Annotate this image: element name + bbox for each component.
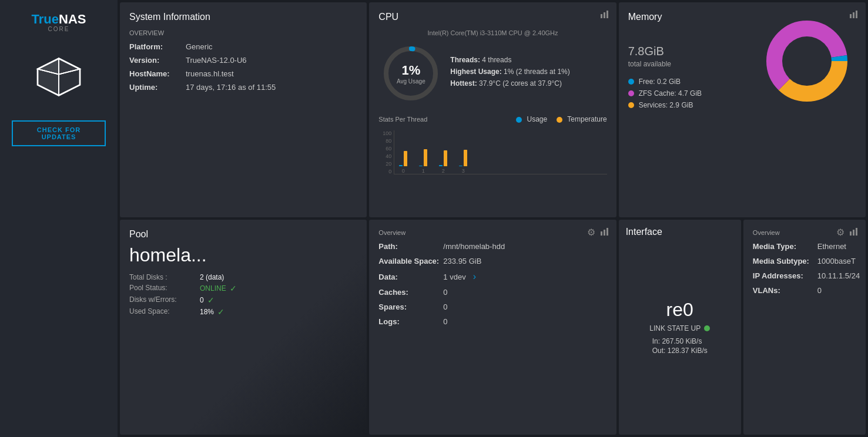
cpu-hottest-row: Hottest: 37.9°C (2 cores at 37.9°C) <box>450 79 606 88</box>
memory-gib-value: 7.8GiB <box>628 28 664 62</box>
media-subtype-value: 1000baseT <box>817 257 856 265</box>
bar-pair-2 <box>439 150 447 166</box>
cpu-card: CPU Intel(R) Core(TM) i3-3110M CPU @ 2.4… <box>369 2 616 217</box>
data-row: Data: 1 vdev › <box>378 271 606 282</box>
cpu-chart-icon-btn[interactable] <box>600 9 609 21</box>
caches-row: Caches: 0 <box>378 288 606 297</box>
cpu-gauge-center: 1% Avg Usage <box>397 63 425 85</box>
uptime-value: 17 days, 17:16 as of 11:55 <box>186 83 276 92</box>
bar-group-1: 1 <box>419 149 427 174</box>
interface-title: Interface <box>626 227 662 237</box>
data-label: Data: <box>378 273 443 281</box>
sysinfo-overview: Overview <box>129 29 357 36</box>
cpu-stats: Threads: 4 threads Highest Usage: 1% (2 … <box>450 56 606 91</box>
logs-label: Logs: <box>378 317 443 326</box>
free-label: Free: <box>639 78 655 86</box>
svg-rect-23 <box>606 228 608 236</box>
ip-row: IP Addresses: 10.11.1.5/24 <box>753 271 856 280</box>
svg-rect-39 <box>850 231 852 236</box>
cpu-avg-label: Avg Usage <box>397 78 425 85</box>
interface-card: Interface re0 LINK STATE UP In: 267.50 K… <box>619 220 741 435</box>
sysinfo-platform-row: Platform: Generic <box>129 42 357 51</box>
media-subtype-label: Media Subtype: <box>753 257 817 265</box>
link-dot <box>704 325 710 331</box>
zfs-label: ZFS Cache: <box>639 89 676 98</box>
out-label: Out: <box>652 347 666 355</box>
version-value: TrueNAS-12.0-U6 <box>186 56 247 65</box>
pool-disks-errors-row: Disks w/Errors: 0 ✓ <box>129 295 357 305</box>
pool-chart-icon-btn[interactable] <box>600 227 609 238</box>
ip-label: IP Addresses: <box>753 271 817 280</box>
sysinfo-title: System Information <box>129 12 357 22</box>
spares-row: Spares: 0 <box>378 302 606 311</box>
zfs-value: 4.7 GiB <box>678 89 702 98</box>
highest-label: Highest Usage: <box>450 68 501 76</box>
temp-dot <box>557 117 562 123</box>
temp-bar-0 <box>404 151 407 166</box>
pool-detail-card: ⚙ Overview Path: /mnt/homelab-hdd Availa… <box>369 220 616 435</box>
svg-rect-10 <box>606 11 608 18</box>
usage-dot <box>516 117 522 123</box>
path-row: Path: /mnt/homelab-hdd <box>378 242 606 251</box>
ip-value: 10.11.1.5/24 <box>817 271 860 280</box>
interface-chart-icon-btn[interactable] <box>849 227 859 238</box>
pool-gear-icon-btn[interactable]: ⚙ <box>587 227 595 238</box>
usage-bar-2 <box>439 165 443 166</box>
bar-pair-0 <box>399 151 407 166</box>
temp-bar-2 <box>444 150 447 166</box>
pool-title: Pool <box>129 229 357 240</box>
free-value: 0.2 GiB <box>657 78 681 86</box>
sysinfo-hostname-row: HostName: truenas.hl.test <box>129 69 357 78</box>
total-disks-value: 2 (data) <box>200 273 224 281</box>
available-value: 233.95 GiB <box>443 257 481 265</box>
bar-group-0: 0 <box>399 151 407 174</box>
donut-chart <box>760 14 854 110</box>
sysinfo-version-row: Version: TrueNAS-12.0-U6 <box>129 56 357 65</box>
media-type-value: Ethernet <box>817 242 846 251</box>
interface-gear-icon-btn[interactable]: ⚙ <box>836 227 844 238</box>
traffic-out-row: Out: 128.37 KiB/s <box>652 347 708 355</box>
data-chevron-btn[interactable]: › <box>473 271 476 282</box>
bar-pair-3 <box>459 150 467 166</box>
available-space-row: Available Space: 233.95 GiB <box>378 257 606 265</box>
spares-value: 0 <box>443 302 447 311</box>
cpu-highest-row: Highest Usage: 1% (2 threads at 1%) <box>450 68 606 76</box>
svg-rect-8 <box>601 14 602 18</box>
svg-point-20 <box>782 36 832 86</box>
interface-name: re0 <box>666 299 693 321</box>
interface-detail-card: ⚙ Overview Media Type: Ethernet Media Su… <box>743 220 866 435</box>
vlans-value: 0 <box>817 286 822 295</box>
used-space-value: 18% ✓ <box>200 307 224 317</box>
disks-errors-label: Disks w/Errors: <box>129 295 200 305</box>
cpu-subtitle: Intel(R) Core(TM) i3-3110M CPU @ 2.40GHz <box>378 29 606 36</box>
logs-value: 0 <box>443 317 447 326</box>
media-type-row: Media Type: Ethernet <box>753 242 856 251</box>
memory-card: Memory 7.8GiB total available Free: 0.2 … <box>619 2 866 217</box>
temp-bar-1 <box>424 149 427 166</box>
cpu-main-area: 1% Avg Usage Threads: 4 threads Highest … <box>378 41 606 106</box>
link-status: LINK STATE UP <box>649 324 710 332</box>
cpu-bars-area: 0 1 <box>394 130 606 174</box>
temp-legend: Temperature <box>557 115 607 123</box>
bar-label-1: 1 <box>422 168 425 174</box>
logo-area: TrueNAS CORE <box>32 12 86 32</box>
media-type-label: Media Type: <box>753 242 817 251</box>
check-updates-button[interactable]: CHECK FOR UPDATES <box>12 120 106 146</box>
interface-section: Interface re0 LINK STATE UP In: 267.50 K… <box>619 220 866 435</box>
usage-bar-3 <box>459 166 463 166</box>
hostname-value: truenas.hl.test <box>186 69 234 78</box>
pool-status-row: Pool Status: ONLINE ✓ <box>129 284 357 293</box>
cpu-title: CPU <box>378 12 606 22</box>
usage-legend: Usage <box>516 115 547 123</box>
vlans-label: VLANs: <box>753 286 817 295</box>
media-subtype-row: Media Subtype: 1000baseT <box>753 257 856 265</box>
data-value: 1 vdev › <box>443 271 476 282</box>
vlans-row: VLANs: 0 <box>753 286 856 295</box>
threads-label: Threads: <box>450 56 480 64</box>
pool-status-label: Pool Status: <box>129 284 200 293</box>
cpu-legend: Usage Temperature <box>516 115 607 123</box>
bar-label-2: 2 <box>442 168 445 174</box>
version-label: Version: <box>129 56 182 65</box>
cpu-threads-row: Threads: 4 threads <box>450 56 606 64</box>
hottest-value: 37.9°C (2 cores at 37.9°C) <box>479 79 562 88</box>
